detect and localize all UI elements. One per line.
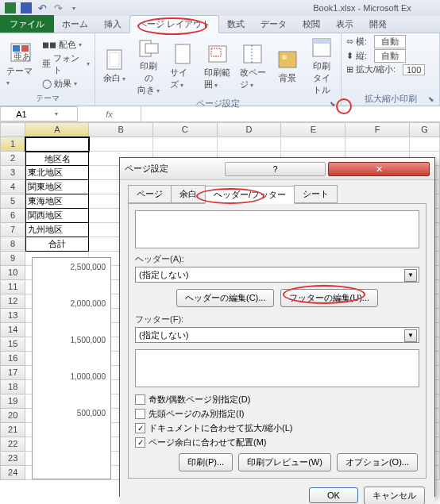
- chk-odd-even[interactable]: 奇数/偶数ページ別指定(D): [135, 394, 419, 406]
- cell[interactable]: 東北地区: [25, 166, 89, 180]
- row-header[interactable]: 16: [0, 352, 25, 366]
- col-header-e[interactable]: E: [281, 122, 345, 137]
- tab-developer[interactable]: 開発: [361, 16, 395, 33]
- cell[interactable]: [281, 137, 345, 152]
- print-titles-button[interactable]: 印刷 タイトル: [306, 35, 338, 98]
- tab-view[interactable]: 表示: [328, 16, 361, 33]
- width-field[interactable]: ⬄横: 自動: [345, 35, 436, 48]
- tab-margins[interactable]: 余白: [171, 185, 206, 203]
- qat-dropdown-icon[interactable]: ▾: [67, 1, 81, 15]
- cell[interactable]: 合計: [25, 237, 89, 252]
- excel-icon[interactable]: [3, 1, 17, 15]
- tab-header-footer[interactable]: ヘッダー/フッター: [205, 186, 295, 204]
- orientation-button[interactable]: 印刷の 向き: [133, 35, 164, 98]
- cell[interactable]: 九州地区: [25, 223, 89, 237]
- footer-combo[interactable]: (指定しない): [135, 327, 419, 343]
- tab-home[interactable]: ホーム: [54, 16, 96, 33]
- row-header[interactable]: 4: [0, 180, 25, 194]
- col-header-g[interactable]: G: [410, 122, 440, 137]
- close-icon[interactable]: ✕: [328, 162, 430, 176]
- row-header[interactable]: 17: [0, 366, 25, 380]
- name-box[interactable]: A1▾: [0, 106, 78, 121]
- row-header[interactable]: 6: [0, 209, 25, 223]
- height-field[interactable]: ⬍縦: 自動: [345, 49, 436, 63]
- row-header[interactable]: 8: [0, 237, 25, 252]
- row-header[interactable]: 1: [0, 137, 25, 152]
- row-header[interactable]: 2: [0, 152, 25, 166]
- cell[interactable]: 関西地区: [25, 209, 89, 223]
- col-header-d[interactable]: D: [218, 122, 282, 137]
- redo-icon[interactable]: [51, 1, 65, 15]
- tab-file[interactable]: ファイル: [0, 15, 54, 33]
- chk-first-page[interactable]: 先頭ページのみ別指定(I): [135, 408, 419, 420]
- chk-align-margins[interactable]: ページ余白に合わせて配置(M): [135, 437, 419, 448]
- breaks-button[interactable]: 改ページ: [237, 41, 270, 92]
- cell[interactable]: 関東地区: [25, 180, 89, 194]
- header-combo[interactable]: (指定しない): [135, 267, 419, 283]
- page-setup-dialog-launcher[interactable]: ⬊: [330, 100, 336, 108]
- cell[interactable]: 地区名: [25, 152, 89, 166]
- dialog-titlebar[interactable]: ページ設定 ? ✕: [120, 158, 434, 180]
- row-header[interactable]: 7: [0, 223, 25, 237]
- row-header[interactable]: 24: [0, 466, 25, 480]
- row-header[interactable]: 10: [0, 266, 25, 280]
- undo-icon[interactable]: [35, 1, 49, 15]
- row-header[interactable]: 13: [0, 309, 25, 323]
- cancel-button[interactable]: キャンセル: [364, 487, 425, 504]
- chart-preview[interactable]: 2,500,000 2,000,000 1,500,000 1,000,000 …: [32, 257, 111, 479]
- tab-formulas[interactable]: 数式: [219, 16, 253, 33]
- help-icon[interactable]: ?: [225, 162, 326, 176]
- ok-button[interactable]: OK: [309, 487, 358, 503]
- cell[interactable]: [345, 137, 410, 152]
- cell[interactable]: [410, 137, 440, 152]
- chk-scale-doc[interactable]: ドキュメントに合わせて拡大/縮小(L): [135, 422, 419, 434]
- row-header[interactable]: 19: [0, 394, 25, 409]
- row-header[interactable]: 14: [0, 323, 25, 337]
- fx-icon[interactable]: [106, 110, 113, 119]
- row-header[interactable]: 5: [0, 194, 25, 209]
- col-header-c[interactable]: C: [153, 122, 218, 137]
- size-button[interactable]: サイズ: [167, 41, 199, 92]
- cell[interactable]: [153, 137, 218, 152]
- edit-footer-button[interactable]: フッターの編集(U)...: [280, 289, 378, 307]
- fonts-button[interactable]: 亜フォント: [41, 52, 91, 76]
- colors-button[interactable]: ◼◼配色: [41, 39, 91, 51]
- row-header[interactable]: 15: [0, 337, 25, 352]
- themes-button[interactable]: 亜あ テーマ: [3, 40, 38, 88]
- select-all-corner[interactable]: [0, 122, 25, 137]
- tab-data[interactable]: データ: [253, 16, 295, 33]
- tab-insert[interactable]: 挿入: [96, 16, 129, 33]
- effects-button[interactable]: ◯効果: [41, 78, 91, 90]
- print-area-button[interactable]: 印刷範囲: [201, 41, 234, 92]
- tab-sheet[interactable]: シート: [294, 185, 338, 203]
- options-button[interactable]: オプション(O)...: [337, 453, 418, 471]
- row-header[interactable]: 21: [0, 423, 25, 437]
- print-preview-button[interactable]: 印刷プレビュー(W): [238, 453, 331, 471]
- edit-header-button[interactable]: ヘッダーの編集(C)...: [176, 289, 274, 307]
- tab-page[interactable]: ページ: [128, 185, 172, 203]
- cell[interactable]: [25, 137, 89, 152]
- tab-review[interactable]: 校閲: [295, 16, 328, 33]
- scale-dialog-launcher[interactable]: ⬊: [428, 95, 434, 103]
- col-header-b[interactable]: B: [89, 122, 153, 137]
- row-header[interactable]: 9: [0, 252, 25, 266]
- margins-button[interactable]: 余白: [98, 47, 130, 86]
- save-icon[interactable]: [19, 1, 33, 15]
- background-button[interactable]: 背景: [272, 47, 303, 86]
- row-header[interactable]: 22: [0, 437, 25, 452]
- print-button[interactable]: 印刷(P)...: [179, 453, 233, 471]
- row-header[interactable]: 23: [0, 452, 25, 466]
- row-header[interactable]: 3: [0, 166, 25, 180]
- scale-field[interactable]: ⊞拡大/縮小: 100: [345, 63, 436, 75]
- col-header-a[interactable]: A: [25, 122, 89, 137]
- row-header[interactable]: 12: [0, 294, 25, 309]
- tab-page-layout[interactable]: ページ レイアウト: [129, 15, 219, 33]
- cell[interactable]: 東海地区: [25, 194, 89, 209]
- row-header[interactable]: 18: [0, 380, 25, 394]
- row-header[interactable]: 11: [0, 280, 25, 294]
- row-header[interactable]: 20: [0, 409, 25, 423]
- cell[interactable]: [89, 137, 153, 152]
- cell[interactable]: [218, 137, 282, 152]
- breaks-icon: [240, 43, 265, 65]
- col-header-f[interactable]: F: [345, 122, 410, 137]
